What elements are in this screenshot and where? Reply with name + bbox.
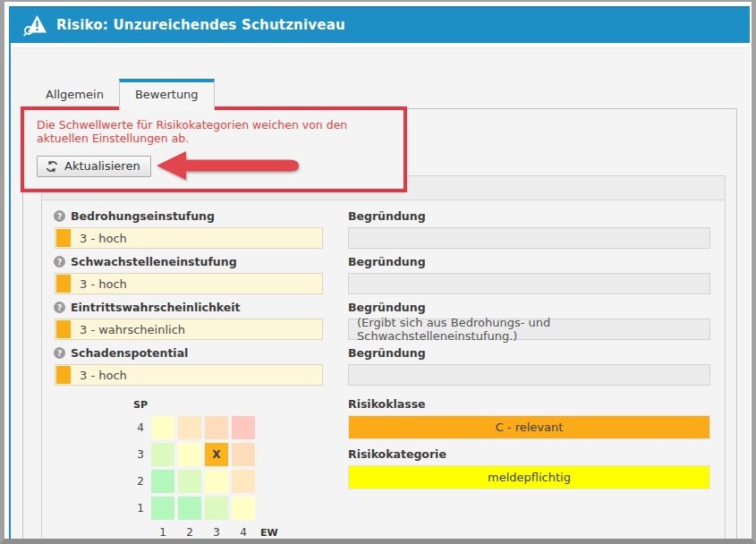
matrix-row-label: 4 (121, 421, 148, 434)
reason-label: Begründung (348, 253, 710, 270)
matrix-col-label: 3 (205, 523, 228, 539)
tab-bewertung[interactable]: Bewertung (119, 79, 215, 110)
help-icon[interactable]: ? (54, 210, 65, 222)
matrix-cell (151, 443, 174, 466)
reason-input[interactable] (348, 273, 710, 294)
matrix-cell (151, 416, 174, 439)
dialog-content: Allgemein Bewertung Die Schwellwerte für… (11, 47, 750, 539)
help-icon[interactable]: ? (54, 302, 65, 313)
matrix-cell (232, 416, 255, 439)
matrix-cell (178, 443, 201, 466)
reason-label: Begründung (348, 208, 710, 225)
field-schwachstelleneinstufung: ? Schwachstelleneinstufung 3 - hoch (55, 253, 323, 294)
field-schadenspotential: ? Schadenspotential 3 - hoch (55, 344, 323, 386)
bewertung-tab-panel: Die Schwellwerte für Risikokategorien we… (22, 108, 737, 539)
risiko-section-body: ? Bedrohungseinstufung 3 - hoch Begründu… (42, 200, 725, 539)
select-accent-bar (56, 366, 71, 384)
field-label: Schwachstelleneinstufung (71, 255, 237, 268)
reason-bedrohung: Begründung (348, 208, 710, 249)
eintrittswahrscheinlichkeit-select[interactable]: 3 - wahrscheinlich (55, 319, 323, 340)
risk-warning-magnifier-icon (23, 13, 47, 37)
risk-class-block: Risikoklasse C - relevant (348, 395, 710, 439)
rating-grid: ? Bedrohungseinstufung 3 - hoch Begründu… (55, 208, 710, 539)
matrix-x-axis-label: EW (259, 524, 285, 539)
dialog-titlebar: Risiko: Unzureichendes Schutzniveau (11, 6, 750, 47)
bedrohungseinstufung-select[interactable]: 3 - hoch (55, 227, 323, 249)
risk-matrix: SP 4 3 (121, 399, 323, 539)
red-arrow-annotation (156, 149, 301, 182)
risk-class-value-bar: C - relevant (348, 415, 710, 439)
select-value: 3 - wahrscheinlich (80, 323, 185, 336)
matrix-row-label: 2 (121, 475, 148, 488)
reason-eintritt: Begründung (Ergibt sich aus Bedrohungs- … (348, 299, 710, 340)
field-eintrittswahrscheinlichkeit: ? Eintrittswahrscheinlichkeit 3 - wahrsc… (55, 299, 323, 340)
reason-schwachstellen: Begründung (348, 253, 710, 294)
field-label: Eintrittswahrscheinlichkeit (71, 301, 241, 314)
aktualisieren-button-label: Aktualisieren (64, 159, 140, 173)
field-bedrohungseinstufung: ? Bedrohungseinstufung 3 - hoch (55, 208, 323, 249)
matrix-cell (151, 497, 174, 520)
matrix-y-axis-label: SP (121, 399, 148, 412)
matrix-cell (205, 497, 228, 520)
tab-bar: Allgemein Bewertung (30, 79, 737, 108)
schwachstelleneinstufung-select[interactable]: 3 - hoch (55, 273, 323, 294)
risk-category-block: Risikokategorie meldepflichtig (348, 446, 710, 489)
risk-category-label: Risikokategorie (348, 446, 710, 463)
matrix-cell (151, 470, 174, 493)
warning-actions-row: Aktualisieren (37, 151, 393, 182)
field-label: Bedrohungseinstufung (71, 209, 215, 223)
reason-input[interactable] (348, 227, 710, 249)
select-value: 3 - hoch (80, 232, 127, 245)
window-frame: Risiko: Unzureichendes Schutzniveau Allg… (0, 0, 756, 544)
matrix-cell (178, 497, 201, 520)
matrix-col-label: 4 (232, 523, 255, 539)
matrix-cell (232, 470, 255, 493)
threshold-warning-message: Die Schwellwerte für Risikokategorien we… (37, 118, 393, 145)
help-icon[interactable]: ? (54, 347, 65, 359)
select-value: 3 - hoch (80, 369, 127, 382)
matrix-row-label: 3 (121, 448, 148, 461)
select-accent-bar (56, 229, 71, 247)
aktualisieren-button[interactable]: Aktualisieren (37, 156, 151, 177)
schadenspotential-select[interactable]: 3 - hoch (55, 364, 323, 386)
risiko-section: Risiko ? Bedrohungseinstufung (41, 175, 726, 539)
select-value: 3 - hoch (80, 277, 127, 291)
matrix-cell (205, 416, 228, 439)
matrix-cell (232, 497, 255, 520)
select-accent-bar (56, 275, 71, 293)
dialog-title: Risiko: Unzureichendes Schutzniveau (56, 17, 345, 33)
matrix-cell (178, 470, 201, 493)
reason-schaden: Begründung (348, 344, 710, 386)
risk-category-value-bar: meldepflichtig (348, 465, 710, 489)
risk-results: Risikoklasse C - relevant Risikokategori… (348, 390, 710, 534)
select-accent-bar (56, 320, 71, 338)
reason-label: Begründung (348, 344, 710, 361)
reason-input[interactable]: (Ergibt sich aus Bedrohungs- und Schwach… (348, 319, 710, 340)
matrix-col-label: 1 (151, 523, 174, 539)
field-label: Schadenspotential (71, 346, 188, 360)
reason-input[interactable] (348, 364, 710, 386)
matrix-cell-selected: X (205, 443, 228, 466)
matrix-row-label: 1 (121, 502, 148, 514)
matrix-cell (178, 416, 201, 439)
tab-allgemein[interactable]: Allgemein (30, 81, 119, 108)
risk-class-label: Risikoklasse (348, 395, 710, 412)
matrix-col-label: 2 (178, 523, 201, 539)
threshold-warning-annotation-box: Die Schwellwerte für Risikokategorien we… (21, 106, 407, 192)
help-icon[interactable]: ? (54, 256, 65, 268)
matrix-cell (205, 470, 228, 493)
risk-dialog: Risiko: Unzureichendes Schutzniveau Allg… (9, 6, 750, 539)
refresh-icon (46, 160, 58, 173)
matrix-cell (232, 443, 255, 466)
reason-label: Begründung (348, 299, 710, 316)
risk-matrix-container: SP 4 3 (55, 390, 323, 539)
